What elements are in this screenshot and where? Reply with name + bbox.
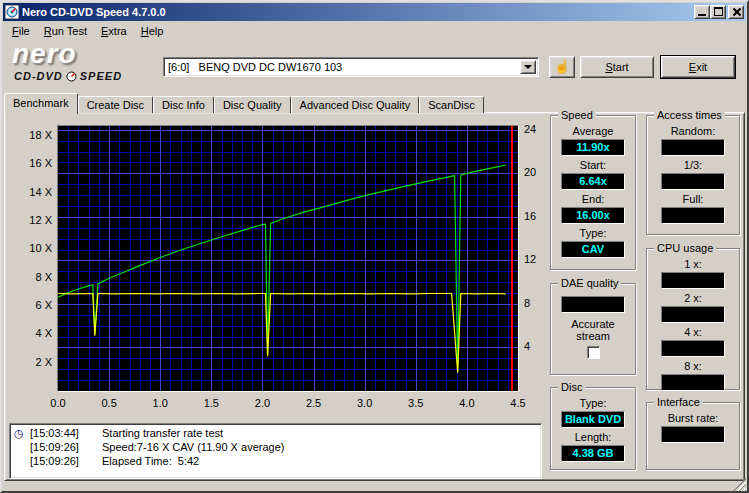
cpu-4x-label: 4 x: [647,326,739,339]
test-log-icon: ◷ [14,427,30,441]
cpu-8x-label: 8 x: [647,360,739,373]
log-text: Speed:7-16 X CAV (11.90 X average) [102,441,284,455]
drive-info-button[interactable]: ☝ [549,56,575,78]
axis-tick-label: 18 X [8,129,52,141]
status-bar [3,481,746,491]
titlebar[interactable]: Nero CD-DVD Speed 4.7.0.0 [3,3,746,21]
speed-type-label: Type: [551,227,635,240]
panel-dae-quality-title: DAE quality [558,277,621,289]
benchmark-plot [57,125,519,392]
menu-file[interactable]: File [5,23,37,39]
tab-benchmark[interactable]: Benchmark [4,93,78,114]
speed-end-value: 16.00x [561,207,625,224]
tab-scandisc[interactable]: ScanDisc [419,96,483,113]
axis-tick-label: 1.5 [197,397,225,409]
disc-length-label: Length: [551,431,635,444]
panel-interface: Interface Burst rate: [646,402,740,470]
menu-help-label: elp [149,25,164,37]
menu-file-label: ile [19,25,30,37]
cpu-2x-label: 2 x: [647,292,739,305]
nero-product-text: CD-DVD [14,71,63,82]
nero-speed-text: SPEED [80,71,122,82]
menu-run-test-label: un Test [52,25,87,37]
speed-average-value: 11.90x [561,139,625,156]
window-title: Nero CD-DVD Speed 4.7.0.0 [22,6,166,18]
drive-select[interactable]: [6:0] BENQ DVD DC DW1670 103 [163,57,539,77]
panel-dae-quality: DAE quality Accurate stream [550,283,636,375]
menu-extra[interactable]: Extra [94,23,134,39]
axis-tick-label: 12 [524,253,548,265]
axis-tick-label: 2 X [8,356,52,368]
axis-tick-label: 3.0 [351,397,379,409]
menu-file-accel: F [12,25,19,37]
close-button[interactable] [728,5,744,19]
menu-help[interactable]: Help [134,23,171,39]
speed-average-label: Average [551,125,635,138]
accurate-stream-label: Accurate stream [564,318,622,342]
menu-extra-label: xtra [108,25,126,37]
start-button[interactable]: Start [580,56,654,78]
app-icon [5,5,19,19]
axis-tick-label: 2.5 [300,397,328,409]
axis-tick-label: 0.5 [95,397,123,409]
cpu-4x-value [661,340,725,357]
burst-rate-label: Burst rate: [647,412,739,425]
window-controls [694,5,744,19]
tab-create-disc[interactable]: Create Disc [78,96,153,113]
disc-length-value: 4.38 GB [561,445,625,462]
maximize-icon [714,7,723,16]
axis-tick-label: 24 [524,123,548,135]
panel-disc-title: Disc [558,381,585,393]
axis-tick-label: 16 [524,210,548,222]
speedometer-icon [66,71,77,82]
benchmark-tab-panel: 18 X16 X14 X12 X10 X8 X6 X4 X2 X24201612… [4,112,745,481]
log-text: Elapsed Time: 5:42 [102,455,199,469]
disc-type-label: Type: [551,397,635,410]
axis-tick-label: 0.0 [44,397,72,409]
cpu-1x-label: 1 x: [647,258,739,271]
menu-run-test[interactable]: Run Test [37,23,94,39]
axis-tick-label: 3.5 [402,397,430,409]
tab-strip: Benchmark Create Disc Disc Info Disc Qua… [4,92,484,113]
log-line: [15:09:26] Elapsed Time: 5:42 [14,455,537,469]
menu-run-test-accel: R [44,25,52,37]
panel-disc: Disc Type:Blank DVD Length:4.38 GB [550,387,636,470]
speed-end-label: End: [551,193,635,206]
accurate-stream-checkbox[interactable] [587,346,600,359]
panel-cpu-usage: CPU usage 1 x: 2 x: 4 x: 8 x: [646,248,740,390]
axis-tick-label: 4.0 [453,397,481,409]
drive-select-dropdown-button[interactable] [520,60,536,74]
exit-button[interactable]: Exit [661,56,735,78]
speed-start-label: Start: [551,159,635,172]
maximize-button[interactable] [710,5,726,19]
panel-interface-title: Interface [654,396,703,408]
panel-access-times: Access times Random: 1/3: Full: [646,115,740,235]
axis-tick-label: 14 X [8,186,52,198]
menubar: File Run Test Extra Help [3,22,746,40]
access-full-value [661,207,725,224]
access-full-label: Full: [647,193,739,206]
axis-tick-label: 12 X [8,214,52,226]
cpu-8x-value [661,374,725,391]
tab-disc-info[interactable]: Disc Info [153,96,214,113]
axis-tick-label: 10 X [8,242,52,254]
minimize-button[interactable] [694,5,710,19]
tab-advanced-disc-quality[interactable]: Advanced Disc Quality [291,96,420,113]
log-line: ◷ [15:03:44] Starting transfer rate test [14,427,537,441]
axis-tick-label: 8 X [8,271,52,283]
axis-tick-label: 4 X [8,327,52,339]
close-icon [732,7,741,17]
log-time: [15:09:26] [30,455,92,469]
access-onethird-label: 1/3: [647,159,739,172]
start-label: tart [613,61,629,73]
benchmark-chart: 18 X16 X14 X12 X10 X8 X6 X4 X2 X24201612… [8,113,546,417]
test-log[interactable]: ◷ [15:03:44] Starting transfer rate test… [9,423,542,479]
axis-tick-label: 6 X [8,299,52,311]
panel-speed-title: Speed [558,109,596,121]
log-text: Starting transfer rate test [102,427,223,441]
speed-start-value: 6.64x [561,173,625,190]
tab-disc-quality[interactable]: Disc Quality [214,96,291,113]
panel-cpu-usage-title: CPU usage [654,242,716,254]
axis-tick-label: 20 [524,166,548,178]
access-random-value [661,139,725,156]
